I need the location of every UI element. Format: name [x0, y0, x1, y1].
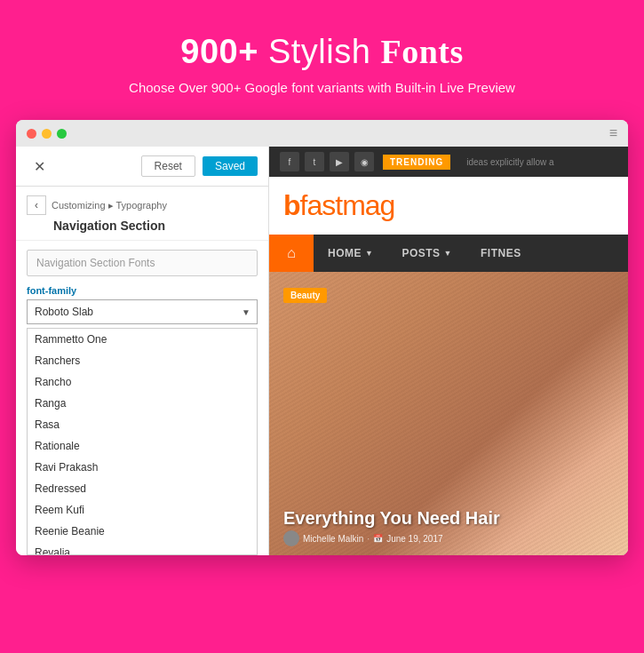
breadcrumb-nav: ‹ Customizing ▸ Typography: [27, 195, 258, 215]
hamburger-icon[interactable]: ≡: [609, 125, 617, 141]
customizer-panel: ✕ Reset Saved ‹ Customizing ▸ Typography…: [16, 147, 269, 555]
font-list-item[interactable]: Ravi Prakash: [28, 457, 257, 478]
search-input[interactable]: Navigation Section Fonts: [27, 250, 258, 276]
author-name: Michelle Malkin: [303, 534, 363, 544]
section-title: Navigation Section: [27, 219, 258, 233]
author-avatar: [283, 530, 299, 546]
font-list-item[interactable]: Rammetto One: [28, 329, 257, 350]
article-title: Everything You Need Hair: [283, 507, 614, 529]
saved-button[interactable]: Saved: [203, 156, 258, 176]
close-button[interactable]: ✕: [27, 154, 52, 179]
instagram-icon: ◉: [354, 152, 374, 171]
hero-subtitle: Choose Over 900+ Google font variants wi…: [18, 80, 626, 95]
youtube-icon: ▶: [330, 152, 349, 171]
nav-home-icon[interactable]: ⌂: [269, 235, 314, 272]
font-select[interactable]: Rammetto OneRanchersRanchoRangaRasaRatio…: [27, 299, 258, 324]
article-badge: Beauty: [283, 288, 327, 303]
font-list-item[interactable]: Reem Kufi: [28, 499, 257, 521]
font-list-item[interactable]: Rasa: [28, 414, 257, 435]
site-logo: bfastmag: [283, 189, 614, 222]
customizer-header: ✕ Reset Saved: [16, 147, 268, 187]
browser-dots: [27, 129, 67, 139]
font-select-wrapper: Rammetto OneRanchersRanchoRangaRasaRatio…: [27, 299, 258, 324]
facebook-icon: f: [280, 152, 299, 171]
article-date: June 19, 2017: [386, 534, 442, 544]
font-list-item[interactable]: Reenie Beanie: [28, 521, 257, 542]
font-list-item[interactable]: Rancho: [28, 371, 257, 393]
logo-bold: b: [283, 189, 300, 221]
social-icons: f t ▶ ◉: [280, 152, 374, 171]
nav-posts-arrow: ▼: [444, 249, 452, 258]
font-list-item[interactable]: Redressed: [28, 478, 257, 499]
hero-title-regular: Stylish: [258, 33, 381, 70]
reset-button[interactable]: Reset: [141, 155, 195, 177]
article-meta: Michelle Malkin · 📅 June 19, 2017: [283, 530, 443, 546]
font-list-item[interactable]: Revalia: [28, 542, 257, 555]
preview-nav: ⌂ HOME ▼ POSTS ▼ FITNES: [269, 235, 628, 272]
dot-green: [57, 129, 67, 139]
font-list-item[interactable]: Rationale: [28, 435, 257, 457]
browser-content: ✕ Reset Saved ‹ Customizing ▸ Typography…: [16, 147, 628, 555]
hero-title-prefix: 900+: [180, 33, 258, 70]
nav-item-fitness[interactable]: FITNES: [466, 235, 536, 272]
font-dropdown-list: Rammetto OneRanchersRanchoRangaRasaRatio…: [27, 328, 258, 555]
breadcrumb-text: Customizing ▸ Typography: [52, 200, 167, 211]
browser-mockup: ≡ ✕ Reset Saved ‹ Customizing ▸ Typograp…: [16, 120, 628, 555]
nav-home-label: HOME: [328, 247, 362, 259]
header-actions: Reset Saved: [141, 155, 258, 177]
nav-home-arrow: ▼: [365, 249, 373, 258]
browser-titlebar: ≡: [16, 120, 628, 147]
font-list-item[interactable]: Ranchers: [28, 350, 257, 371]
preview-top-bar: f t ▶ ◉ TRENDING ideas explicitly allow …: [269, 147, 628, 177]
dot-yellow: [42, 129, 52, 139]
preview-logo-bar: bfastmag: [269, 177, 628, 235]
twitter-icon: t: [305, 152, 324, 171]
hero-title: 900+ Stylish Fonts: [18, 32, 626, 71]
logo-text: fastmag: [300, 189, 395, 221]
font-list-item[interactable]: Ranga: [28, 393, 257, 414]
article-image: Beauty Everything You Need Hair Michelle…: [269, 272, 628, 555]
back-button[interactable]: ‹: [27, 195, 46, 215]
calendar-icon: 📅: [373, 534, 383, 543]
trending-text-hint: ideas explicitly allow a: [466, 157, 553, 167]
dot-red: [27, 129, 36, 139]
hero-section: 900+ Stylish Fonts Choose Over 900+ Goog…: [0, 0, 644, 120]
nav-posts-label: POSTS: [402, 247, 440, 259]
meta-separator: ·: [367, 534, 370, 544]
nav-item-home[interactable]: HOME ▼: [314, 235, 387, 272]
font-family-label: font-family: [16, 285, 268, 299]
breadcrumb-section: ‹ Customizing ▸ Typography Navigation Se…: [16, 187, 268, 241]
hero-title-bold: Fonts: [380, 33, 463, 70]
trending-badge: TRENDING: [383, 155, 450, 170]
nav-item-posts[interactable]: POSTS ▼: [387, 235, 466, 272]
preview-image-area: Beauty Everything You Need Hair Michelle…: [269, 272, 628, 555]
site-preview: f t ▶ ◉ TRENDING ideas explicitly allow …: [269, 147, 628, 555]
nav-fitness-label: FITNES: [481, 247, 521, 259]
